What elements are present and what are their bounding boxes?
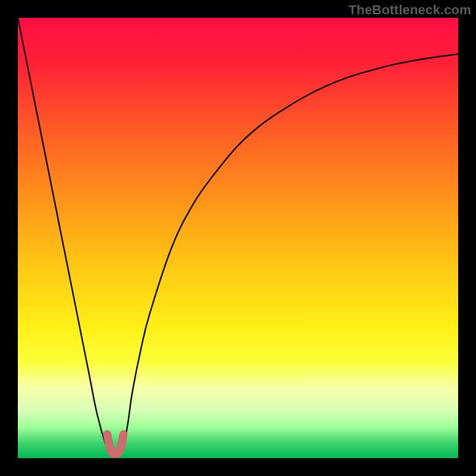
chart-frame: TheBottleneck.com [0, 0, 476, 476]
chart-svg [18, 18, 458, 458]
watermark-text: TheBottleneck.com [349, 2, 471, 18]
plot-area [18, 18, 458, 458]
gradient-background [18, 18, 458, 458]
